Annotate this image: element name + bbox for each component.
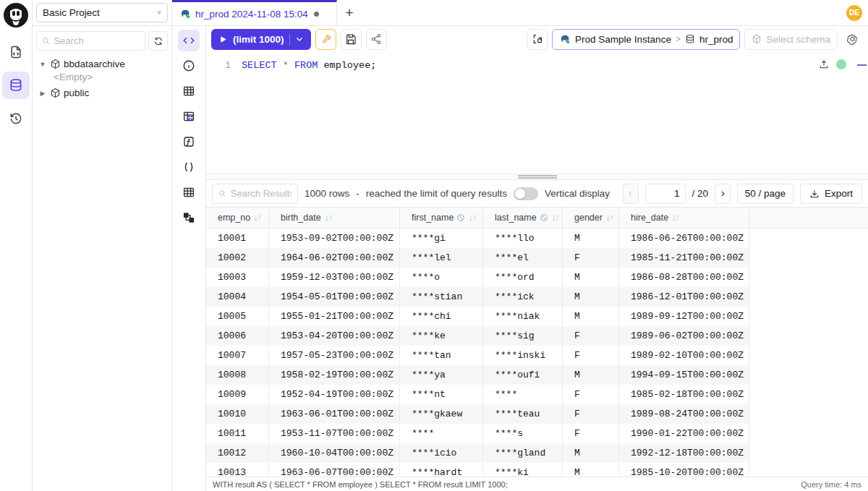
table-cell[interactable]: 1985-02-18T00:00:00Z <box>619 385 749 404</box>
tree-item-public[interactable]: ▶ public <box>35 85 169 101</box>
table-cell[interactable]: 1986-12-01T00:00:00Z <box>619 287 749 307</box>
table-cell[interactable]: 10012 <box>206 443 269 463</box>
table-row[interactable]: 100031959-12-03T00:00:00Z****o****ordM19… <box>206 268 868 287</box>
table-cell[interactable]: ****tan <box>400 346 483 365</box>
table-cell[interactable]: 1952-04-19T00:00:00Z <box>269 385 400 404</box>
table-cell[interactable]: ****inski <box>483 346 563 365</box>
ai-assistant-button[interactable] <box>842 29 863 50</box>
table-cell[interactable]: ****gi <box>400 229 483 248</box>
table-cell[interactable]: ****o <box>400 268 483 287</box>
table-cell[interactable]: 1958-02-19T00:00:00Z <box>269 365 400 385</box>
table-cell[interactable]: M <box>563 287 619 307</box>
table-row[interactable]: 100061953-04-20T00:00:00Z****ke****sigF1… <box>206 326 868 346</box>
table-cell[interactable]: 1964-06-02T00:00:00Z <box>269 248 400 268</box>
column-header-emp-no[interactable]: emp_no <box>206 208 269 228</box>
table-cell[interactable]: ****ya <box>400 365 483 385</box>
vertical-display-toggle[interactable] <box>514 187 538 200</box>
column-header-last-name[interactable]: last_name <box>483 208 563 228</box>
sql-editor[interactable]: 1 SELECT * FROM employee; <box>206 52 868 174</box>
user-avatar[interactable]: DE <box>846 5 862 21</box>
table-cell[interactable]: F <box>563 326 619 346</box>
sort-icon[interactable] <box>253 213 263 223</box>
connection-selector[interactable]: Prod Sample Instance > hr_prod <box>552 29 740 50</box>
table-cell[interactable]: M <box>563 365 619 385</box>
table-row[interactable]: 100051955-01-21T00:00:00Z****chi****niak… <box>206 307 868 326</box>
table-cell[interactable]: F <box>563 346 619 365</box>
format-sql-button[interactable] <box>527 29 548 50</box>
sort-icon[interactable] <box>551 213 561 223</box>
table-row[interactable]: 100011953-09-02T00:00:00Z****gi****lloM1… <box>206 229 868 248</box>
table-cell[interactable]: **** <box>400 424 483 443</box>
table-cell[interactable]: ****llo <box>483 229 563 248</box>
table-cell[interactable]: ****chi <box>400 307 483 326</box>
tree-item-bbdataarchive[interactable]: ▼ bbdataarchive <box>35 56 169 72</box>
table-cell[interactable]: F <box>563 248 619 268</box>
table-cell[interactable]: 1992-12-18T00:00:00Z <box>619 443 749 463</box>
table-cell[interactable]: ****icio <box>400 443 483 463</box>
table-row[interactable]: 100081958-02-19T00:00:00Z****ya****oufiM… <box>206 365 868 385</box>
refresh-schema-button[interactable] <box>148 31 168 51</box>
table-cell[interactable]: ****hardt <box>400 463 483 477</box>
table-cell[interactable]: 1989-02-10T00:00:00Z <box>619 346 749 365</box>
table-cell[interactable]: 1954-05-01T00:00:00Z <box>269 287 400 307</box>
save-sheet-button[interactable] <box>341 29 362 50</box>
next-page-button[interactable] <box>715 184 731 204</box>
results-search-box[interactable] <box>212 184 298 204</box>
table-cell[interactable]: ****s <box>483 424 563 443</box>
table-cell[interactable]: ****lel <box>400 248 483 268</box>
table-cell[interactable]: ****ord <box>483 268 563 287</box>
table-cell[interactable]: 1994-09-15T00:00:00Z <box>619 365 749 385</box>
table-row[interactable]: 100071957-05-23T00:00:00Z****tan****insk… <box>206 346 868 365</box>
functions-panel-button[interactable] <box>178 131 200 153</box>
table-cell[interactable]: 10007 <box>206 346 269 365</box>
table-cell[interactable]: 1960-10-04T00:00:00Z <box>269 443 400 463</box>
table-cell[interactable]: ****el <box>483 248 563 268</box>
chevron-down-icon[interactable] <box>295 35 304 43</box>
database-nav-button[interactable] <box>2 72 30 99</box>
sort-icon[interactable] <box>468 213 477 223</box>
table-cell[interactable]: ****ke <box>400 326 483 346</box>
history-nav-button[interactable] <box>2 105 30 132</box>
table-cell[interactable]: F <box>563 385 619 404</box>
table-cell[interactable]: 1990-01-22T00:00:00Z <box>619 424 749 443</box>
info-panel-button[interactable] <box>178 55 200 77</box>
table-cell[interactable]: 1989-09-12T00:00:00Z <box>619 307 749 326</box>
table-cell[interactable]: 1953-09-02T00:00:00Z <box>269 229 400 248</box>
table-cell[interactable]: 1957-05-23T00:00:00Z <box>269 346 400 365</box>
panel-resize-divider[interactable] <box>206 174 868 180</box>
chevron-right-icon[interactable]: ▶ <box>38 90 47 97</box>
table-cell[interactable]: 10013 <box>206 463 269 477</box>
sort-icon[interactable] <box>605 213 615 223</box>
table-cell[interactable]: M <box>563 463 619 477</box>
table-cell[interactable]: 10002 <box>206 248 269 268</box>
page-number-input[interactable] <box>645 184 686 204</box>
procedures-panel-button[interactable] <box>178 156 200 178</box>
table-cell[interactable]: 10005 <box>206 307 269 326</box>
table-row[interactable]: 100021964-06-02T00:00:00Z****lel****elF1… <box>206 248 868 268</box>
sort-icon[interactable] <box>324 213 333 223</box>
table-cell[interactable]: 1985-11-21T00:00:00Z <box>619 248 749 268</box>
table-cell[interactable]: 10003 <box>206 268 269 287</box>
project-select[interactable]: Basic Project ▾ <box>36 3 168 22</box>
code-panel-button[interactable] <box>178 30 200 51</box>
table-cell[interactable]: 1963-06-01T00:00:00Z <box>269 404 400 424</box>
table-cell[interactable]: 10011 <box>206 424 269 443</box>
results-search-input[interactable] <box>231 188 292 199</box>
add-tab-button[interactable]: + <box>337 0 362 25</box>
upload-icon[interactable] <box>819 59 829 69</box>
chevron-down-icon[interactable]: ▼ <box>38 61 47 68</box>
run-query-button[interactable]: (limit 1000) <box>211 29 311 50</box>
table-row[interactable]: 100041954-05-01T00:00:00Z****stian****ic… <box>206 287 868 307</box>
table-cell[interactable]: ****niak <box>483 307 563 326</box>
table-cell[interactable]: F <box>563 404 619 424</box>
admin-wrench-button[interactable] <box>315 29 336 50</box>
drag-handle-icon[interactable] <box>518 175 557 179</box>
table-cell[interactable]: ****stian <box>400 287 483 307</box>
views-panel-button[interactable] <box>178 182 200 203</box>
worksheet-nav-button[interactable] <box>2 38 30 66</box>
page-size-select[interactable]: 50 / page <box>737 184 793 204</box>
table-cell[interactable]: ****ki <box>483 463 563 477</box>
table-cell[interactable]: **** <box>483 385 563 404</box>
table-cell[interactable]: 1953-04-20T00:00:00Z <box>269 326 400 346</box>
table-cell[interactable]: ****oufi <box>483 365 563 385</box>
